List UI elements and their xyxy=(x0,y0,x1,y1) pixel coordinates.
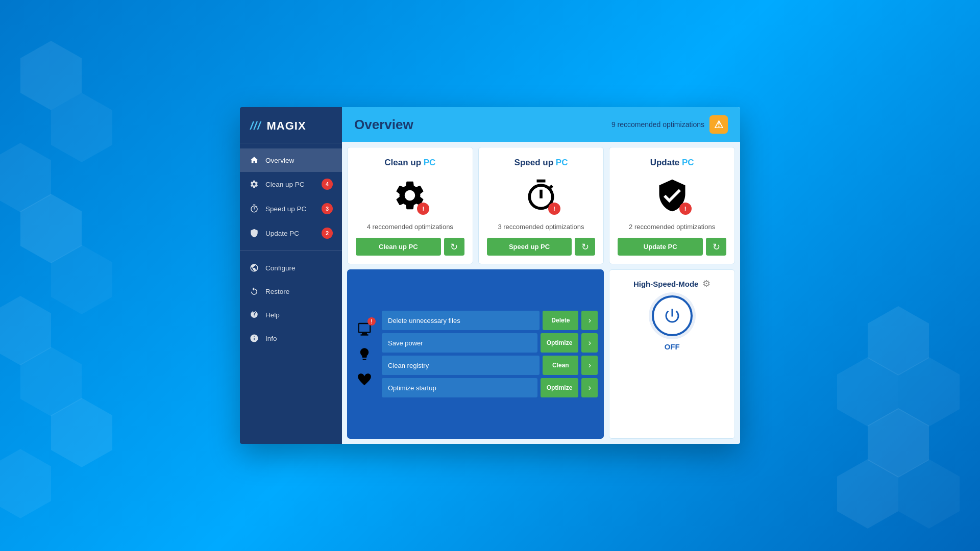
card-icon-update: ! xyxy=(652,175,693,216)
sidebar-item-configure[interactable]: Configure xyxy=(240,256,342,280)
card-icon-speedup: ! xyxy=(521,175,561,216)
info-icon xyxy=(249,333,259,343)
app-container: /// MAGIX Overview Clean xyxy=(240,107,740,444)
hs-title: High-Speed-Mode xyxy=(633,280,699,288)
restore-icon xyxy=(249,286,259,296)
configure-icon xyxy=(249,263,259,273)
svg-marker-11 xyxy=(837,357,898,427)
qa-btn-registry[interactable]: Clean xyxy=(543,356,578,375)
qa-label-registry: Clean registry xyxy=(382,356,540,375)
card-btn-refresh-speedup[interactable]: ↻ xyxy=(575,238,595,256)
sidebar-badge-speedup: 3 xyxy=(322,203,333,214)
sidebar-badge-cleanup: 4 xyxy=(322,179,333,190)
qa-label-power: Save power xyxy=(382,333,537,353)
card-btn-speedup[interactable]: Speed up PC xyxy=(487,238,572,256)
warning-icon: ⚠ xyxy=(709,115,728,134)
home-icon xyxy=(249,155,259,165)
card-desc-update: 2 reccomended optimizations xyxy=(629,223,715,231)
health-icon xyxy=(355,370,374,389)
card-icon-cleanup: ! xyxy=(389,175,430,216)
sidebar-label-overview: Overview xyxy=(265,157,294,164)
high-speed-panel: High-Speed-Mode ⚙ OFF xyxy=(609,269,735,439)
card-title-cleanup: Clean up PC xyxy=(384,158,435,168)
qa-label-startup: Optimize startup xyxy=(382,378,537,397)
monitor-badge: ! xyxy=(368,317,376,325)
svg-marker-2 xyxy=(0,143,51,212)
qa-btn-power[interactable]: Optimize xyxy=(541,333,579,353)
svg-marker-7 xyxy=(51,398,112,467)
sidebar-divider xyxy=(240,251,342,251)
svg-marker-0 xyxy=(20,41,82,110)
shield-icon xyxy=(249,228,259,238)
qa-btn-delete[interactable]: Delete xyxy=(543,311,578,330)
card-actions-cleanup: Clean up PC ↻ xyxy=(356,238,464,256)
sidebar-item-info[interactable]: Info xyxy=(240,327,342,350)
qa-label-delete: Delete unnecessary files xyxy=(382,311,540,330)
sidebar-item-update[interactable]: Update PC 2 xyxy=(240,221,342,245)
svg-marker-5 xyxy=(0,296,51,365)
card-actions-speedup: Speed up PC ↻ xyxy=(487,238,596,256)
qa-row-delete: Delete unnecessary files Delete › xyxy=(382,311,598,330)
sidebar-label-speedup: Speed up PC xyxy=(265,205,306,213)
alert-text: 9 reccomended optimizations xyxy=(611,120,704,129)
qa-arrow-startup[interactable]: › xyxy=(581,378,598,397)
card-update: Update PC ! 2 reccomended optimizations … xyxy=(609,147,735,264)
card-btn-refresh-update[interactable]: ↻ xyxy=(706,238,726,256)
svg-marker-14 xyxy=(837,459,898,529)
monitor-warning-icon: ! xyxy=(355,319,374,338)
svg-marker-13 xyxy=(898,459,960,529)
svg-marker-4 xyxy=(51,245,112,314)
sidebar-label-configure: Configure xyxy=(265,264,296,272)
qa-row-registry: Clean registry Clean › xyxy=(382,356,598,375)
svg-marker-10 xyxy=(898,357,960,427)
hs-status: OFF xyxy=(665,342,680,351)
sidebar: /// MAGIX Overview Clean xyxy=(240,107,342,444)
lightbulb-icon xyxy=(355,345,374,363)
qa-arrow-power[interactable]: › xyxy=(581,333,598,353)
page-title: Overview xyxy=(354,117,413,133)
card-title-update: Update PC xyxy=(650,158,694,168)
svg-marker-6 xyxy=(20,347,82,416)
main-header: Overview 9 reccomended optimizations ⚠ xyxy=(342,107,740,142)
power-symbol-icon xyxy=(663,307,681,325)
help-icon xyxy=(249,310,259,320)
card-warning-badge-cleanup: ! xyxy=(417,203,429,215)
logo-slashes: /// xyxy=(250,119,261,132)
card-desc-speedup: 3 reccomended optimizations xyxy=(498,223,584,231)
gear-icon xyxy=(249,179,259,189)
hs-gear-icon[interactable]: ⚙ xyxy=(702,278,710,289)
sidebar-label-help: Help xyxy=(265,311,280,319)
header-alert: 9 reccomended optimizations ⚠ xyxy=(611,115,728,134)
svg-marker-12 xyxy=(868,408,929,478)
svg-marker-1 xyxy=(51,93,112,162)
sidebar-label-cleanup: Clean up PC xyxy=(265,181,305,188)
card-btn-refresh-cleanup[interactable]: ↻ xyxy=(444,238,464,256)
qa-row-startup: Optimize startup Optimize › xyxy=(382,378,598,397)
sidebar-nav: Overview Clean up PC 4 Spe xyxy=(240,143,342,444)
main-content: Overview 9 reccomended optimizations ⚠ C… xyxy=(342,107,740,444)
card-actions-update: Update PC ↻ xyxy=(618,238,726,256)
qa-arrow-registry[interactable]: › xyxy=(581,356,598,375)
card-btn-update[interactable]: Update PC xyxy=(618,238,703,256)
hs-power-button[interactable] xyxy=(652,295,693,336)
svg-marker-3 xyxy=(20,194,82,263)
timer-icon xyxy=(249,204,259,214)
card-btn-cleanup[interactable]: Clean up PC xyxy=(356,238,441,256)
app-logo: /// MAGIX xyxy=(240,107,342,143)
qa-row-power: Save power Optimize › xyxy=(382,333,598,353)
sidebar-item-speedup[interactable]: Speed up PC 3 xyxy=(240,196,342,221)
qa-btn-startup[interactable]: Optimize xyxy=(541,378,579,397)
sidebar-label-restore: Restore xyxy=(265,288,289,295)
sidebar-item-restore[interactable]: Restore xyxy=(240,280,342,303)
card-speedup: Speed up PC ! 3 reccomended optimization… xyxy=(478,147,604,264)
sidebar-label-info: Info xyxy=(265,335,277,342)
qa-arrow-delete[interactable]: › xyxy=(581,311,598,330)
sidebar-item-overview[interactable]: Overview xyxy=(240,148,342,172)
card-warning-badge-update: ! xyxy=(679,203,692,215)
svg-marker-9 xyxy=(868,306,929,375)
qa-icons-col: ! xyxy=(353,319,376,389)
sidebar-item-cleanup[interactable]: Clean up PC 4 xyxy=(240,172,342,196)
cards-area: Clean up PC ! 4 reccomended optimization… xyxy=(342,142,740,269)
sidebar-item-help[interactable]: Help xyxy=(240,303,342,327)
qa-rows: Delete unnecessary files Delete › Save p… xyxy=(382,311,598,397)
